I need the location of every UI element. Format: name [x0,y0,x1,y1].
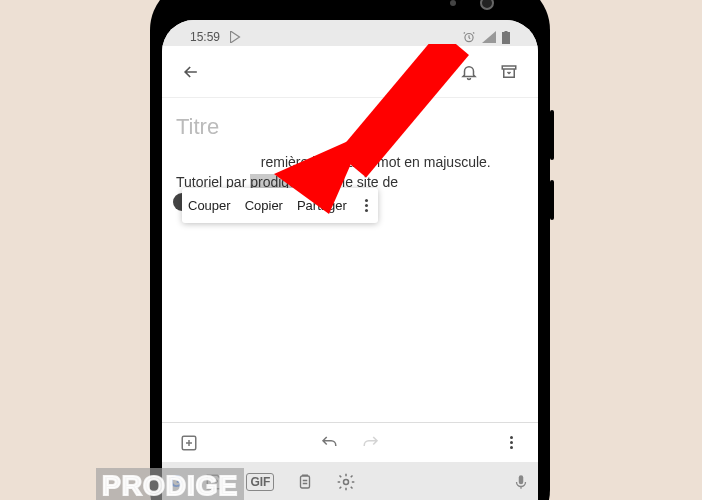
alarm-icon [462,30,476,44]
pin-button[interactable] [414,57,444,87]
power-button [550,180,554,220]
note-content[interactable]: Titre On met une première lettre d'un mo… [162,98,538,422]
phone-screen: 15:59 Titre [162,20,538,500]
note-bottom-toolbar [162,422,538,462]
signal-icon [482,31,496,43]
note-title-field[interactable]: Titre [176,114,524,140]
svg-point-8 [344,480,349,485]
svg-rect-2 [505,31,508,33]
volume-button [550,110,554,160]
phone-sensor [450,0,456,6]
svg-rect-3 [502,66,516,69]
status-time: 15:59 [190,30,220,44]
text-context-menu: Couper Copier Partager [182,188,378,223]
archive-button[interactable] [494,57,524,87]
settings-icon[interactable] [336,472,356,492]
add-button[interactable] [174,428,204,458]
status-bar: 15:59 [162,20,538,46]
watermark: PRODIGE MOBILE.COM [96,468,244,500]
more-button[interactable] [496,428,526,458]
undo-button[interactable] [314,428,344,458]
gif-button[interactable]: GIF [246,473,274,491]
phone-frame: 15:59 Titre [150,0,550,500]
share-menu-item[interactable]: Partager [297,198,347,213]
overflow-menu-item[interactable] [361,199,372,212]
battery-icon [502,31,510,44]
copy-menu-item[interactable]: Copier [245,198,283,213]
phone-camera [480,0,494,10]
svg-rect-9 [519,475,524,484]
mic-icon[interactable] [512,472,530,492]
back-button[interactable] [176,57,206,87]
clipboard-icon[interactable] [296,472,314,492]
redo-button[interactable] [356,428,386,458]
svg-rect-7 [301,476,310,488]
svg-rect-1 [502,32,510,44]
play-store-icon [230,31,241,43]
app-toolbar [162,46,538,98]
cut-menu-item[interactable]: Couper [188,198,231,213]
reminder-button[interactable] [454,57,484,87]
